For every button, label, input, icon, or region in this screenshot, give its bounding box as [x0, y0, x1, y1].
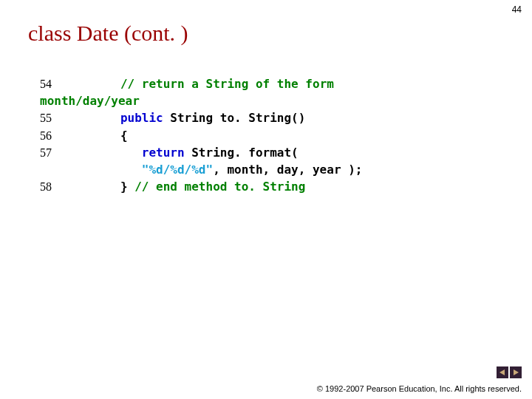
code-text: { — [120, 129, 128, 143]
comment: // return a String of the form — [120, 77, 334, 91]
code-line-56: 56 { — [40, 127, 502, 144]
page-title: class Date (cont. ) — [28, 21, 188, 46]
code-line-54: 54 // return a String of the form — [40, 75, 502, 92]
code-line-55: 55 public String to. String() — [40, 109, 502, 126]
line-number: 54 — [40, 75, 99, 92]
slide-nav — [497, 366, 522, 378]
code-text: String. format( — [185, 146, 299, 160]
code-line-57b: "%d/%d/%d", month, day, year ); — [40, 161, 502, 178]
keyword: public — [120, 111, 163, 125]
comment: // end method to. String — [134, 180, 305, 194]
code-line-54-wrap: month/day/year — [40, 92, 502, 109]
comment: month/day/year — [40, 92, 140, 109]
code-block: 54 // return a String of the form month/… — [40, 75, 502, 195]
copyright-text: © 1992-2007 Pearson Education, Inc. All … — [317, 384, 522, 393]
code-line-58: 58 } // end method to. String — [40, 178, 502, 195]
next-slide-button[interactable] — [510, 366, 522, 378]
line-number: 55 — [40, 109, 99, 126]
page-number: 44 — [512, 4, 522, 15]
code-text: , month, day, year ); — [213, 163, 362, 177]
triangle-left-icon — [499, 369, 506, 376]
triangle-right-icon — [512, 369, 519, 376]
string-literal: "%d/%d/%d" — [142, 163, 213, 177]
keyword: return — [142, 146, 185, 160]
code-line-57: 57 return String. format( — [40, 144, 502, 161]
code-text: String to. String() — [163, 111, 306, 125]
svg-marker-0 — [499, 369, 505, 375]
line-number: 58 — [40, 178, 99, 195]
line-number: 56 — [40, 127, 99, 144]
line-number: 57 — [40, 144, 99, 161]
prev-slide-button[interactable] — [497, 366, 508, 378]
code-text: } — [120, 180, 134, 194]
svg-marker-1 — [514, 369, 519, 375]
